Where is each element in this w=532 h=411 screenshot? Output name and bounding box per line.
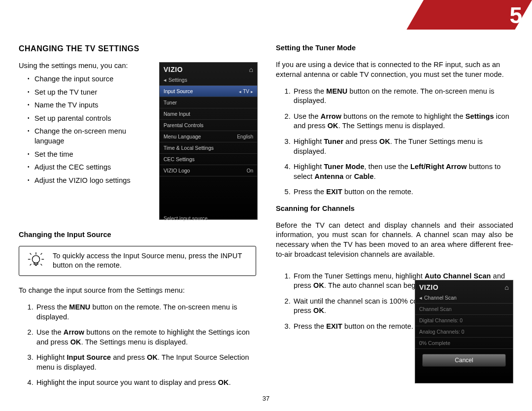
home-icon: ⌂	[249, 66, 253, 73]
menu-row-label: Input Source	[164, 88, 193, 94]
tv-brand-label: VIZIO	[164, 66, 183, 73]
step-item: Highlight the input source you want to d…	[35, 378, 256, 388]
menu-row[interactable]: 0% Complete	[415, 338, 513, 349]
tv-caption: Select input source	[160, 204, 257, 225]
step-item: Use the Arrow buttons on the remote to h…	[293, 112, 513, 131]
step-item: Press the EXIT button on the remote.	[293, 187, 513, 197]
menu-row-value: On	[247, 168, 253, 173]
lightbulb-icon	[26, 251, 46, 270]
list-item: Set up the TV tuner	[28, 88, 149, 98]
step-item: Use the Arrow buttons on the remote to h…	[35, 328, 256, 347]
list-item: Change the input source	[28, 74, 149, 84]
back-arrow-icon: ◂	[419, 295, 422, 301]
menu-row-label: Tuner	[164, 100, 177, 105]
tv-breadcrumb: ◂ Channel Scan	[415, 293, 513, 304]
list-item: Set the time	[28, 150, 149, 160]
svg-point-0	[32, 255, 39, 263]
tv-brand-label: VIZIO	[419, 283, 438, 291]
menu-row-label: Parental Controls	[164, 122, 203, 128]
menu-row-value: ◂TV▸	[239, 89, 253, 94]
step-item: Highlight Input Source and press OK. The…	[35, 353, 256, 372]
menu-row-label: CEC Settings	[164, 156, 195, 162]
menu-row[interactable]: Menu LanguageEnglish	[160, 131, 257, 142]
tv-menu-channel-scan: VIZIO ⌂ ◂ Channel Scan Channel ScanDigit…	[415, 280, 513, 383]
menu-row[interactable]: Time & Local Settings	[160, 142, 257, 154]
menu-row-label: Channel Scan	[419, 306, 452, 312]
section-heading: CHANGING THE TV SETTINGS	[19, 43, 256, 54]
breadcrumb-label: Channel Scan	[424, 295, 457, 301]
svg-line-4	[30, 253, 32, 255]
svg-line-7	[41, 264, 42, 265]
menu-row-label: VIZIO Logo	[164, 168, 190, 173]
tv-menu-settings: VIZIO ⌂ ◂ Settings Input Source◂TV▸Tuner…	[159, 62, 258, 220]
page-root: 5 CHANGING THE TV SETTINGS Using the set…	[0, 0, 532, 411]
menu-row[interactable]: Name Input	[160, 108, 257, 120]
capabilities-list: Change the input sourceSet up the TV tun…	[28, 74, 149, 185]
menu-row-label: Digital Channels: 0	[419, 317, 463, 323]
step-item: Highlight Tuner and press OK. The Tuner …	[293, 137, 513, 156]
subheading-scanning: Scanning for Channels	[276, 204, 513, 214]
subheading-input-source: Changing the Input Source	[19, 230, 256, 240]
breadcrumb-label: Settings	[168, 77, 187, 83]
svg-line-5	[41, 253, 42, 255]
menu-row-label: Analog Channels: 0	[419, 329, 465, 335]
steps-input-source: Press the MENU button on the remote. The…	[19, 303, 256, 388]
menu-row[interactable]: Tuner	[160, 97, 257, 108]
menu-row[interactable]: Input Source◂TV▸	[160, 86, 257, 97]
tuner-intro: If you are using a device that is connec…	[276, 60, 513, 79]
list-item: Adjust the VIZIO logo settings	[28, 176, 149, 186]
menu-row-label: Name Input	[164, 111, 190, 117]
back-arrow-icon: ◂	[164, 77, 166, 83]
menu-row-label: 0% Complete	[419, 340, 450, 346]
menu-row-value: English	[237, 134, 253, 139]
list-item: Set up parental controls	[28, 114, 149, 124]
menu-row-label: Menu Language	[164, 134, 201, 139]
lead-text: To change the input source from the Sett…	[19, 286, 256, 296]
home-icon: ⌂	[505, 283, 509, 291]
menu-row[interactable]: Digital Channels: 0	[415, 315, 513, 326]
tip-box: To quickly access the Input Source menu,…	[19, 246, 256, 276]
page-number: 37	[0, 395, 532, 402]
menu-row[interactable]: Parental Controls	[160, 120, 257, 131]
tv-breadcrumb: ◂ Settings	[160, 75, 257, 86]
list-item: Adjust the CEC settings	[28, 163, 149, 172]
subheading-tuner-mode: Setting the Tuner Mode	[276, 43, 513, 53]
chapter-number: 5	[509, 2, 522, 29]
scanning-intro: Before the TV can detect and display cha…	[276, 221, 513, 259]
steps-tuner-mode: Press the MENU button on the remote. The…	[276, 87, 513, 197]
menu-row[interactable]: VIZIO LogoOn	[160, 165, 257, 176]
cancel-button[interactable]: Cancel	[422, 354, 506, 367]
step-item: Press the MENU button on the remote. The…	[35, 303, 256, 322]
chapter-tab: 5	[414, 0, 532, 30]
list-item: Change the on-screen menu language	[28, 127, 149, 146]
menu-row[interactable]: CEC Settings	[160, 154, 257, 165]
menu-row[interactable]: Analog Channels: 0	[415, 326, 513, 338]
list-item: Name the TV inputs	[28, 101, 149, 110]
menu-row[interactable]: Channel Scan	[415, 304, 513, 315]
tip-text: To quickly access the Input Source menu,…	[53, 251, 249, 271]
intro-text: Using the settings menu, you can:	[19, 61, 149, 71]
step-item: Highlight Tuner Mode, then use the Left/…	[293, 162, 513, 181]
svg-line-6	[30, 264, 32, 265]
menu-row-label: Time & Local Settings	[164, 145, 214, 151]
step-item: Press the MENU button on the remote. The…	[293, 87, 513, 106]
